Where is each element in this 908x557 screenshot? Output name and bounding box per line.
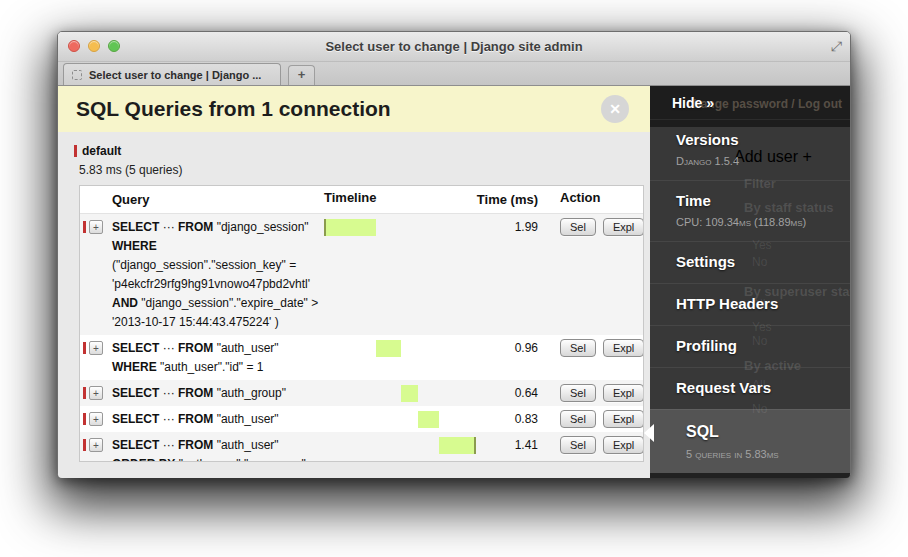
expand-query-button[interactable]: + [89, 220, 103, 234]
explain-button[interactable]: Expl [603, 339, 644, 357]
query-time: 0.96 [476, 339, 550, 358]
connection-color-marker [74, 145, 77, 157]
toolbar-item-label: Hide » [672, 95, 714, 111]
timeline-bar [401, 385, 418, 402]
query-color-marker [83, 413, 86, 425]
query-row: + SELECT ··· FROM "django_session" WHERE… [80, 214, 643, 335]
query-timeline [324, 339, 476, 358]
sql-panel-title: SQL Queries from 1 connection [76, 97, 391, 121]
window-titlebar[interactable]: Select user to change | Django site admi… [58, 32, 850, 61]
query-actions: SelExpl [550, 384, 644, 402]
select-button[interactable]: Sel [560, 410, 596, 428]
select-button[interactable]: Sel [560, 339, 596, 357]
toolbar-item-detail: Django 1.5.4 [676, 155, 850, 167]
query-timeline [324, 410, 476, 429]
query-actions: SelExpl [550, 436, 644, 454]
column-header-time: Time (ms) [476, 190, 550, 209]
query-time: 0.64 [476, 384, 550, 403]
browser-window: Select user to change | Django site admi… [57, 31, 851, 478]
explain-button[interactable]: Expl [603, 410, 644, 428]
column-header-timeline: Timeline [324, 190, 476, 209]
sql-panel: SQL Queries from 1 connection ✕ default … [58, 86, 650, 478]
expand-query-button[interactable]: + [89, 341, 103, 355]
select-button[interactable]: Sel [560, 436, 596, 454]
debug-toolbar: change password / Log outAdd user +Filte… [650, 86, 850, 478]
sql-panel-header: SQL Queries from 1 connection ✕ [58, 86, 650, 132]
query-timeline [324, 436, 476, 455]
toolbar-item-versions[interactable]: Versions Django 1.5.4 [650, 119, 850, 180]
timeline-bar [418, 411, 440, 428]
selected-panel-arrow-icon [644, 424, 654, 442]
window-title: Select user to change | Django site admi… [58, 32, 850, 61]
expand-query-button[interactable]: + [89, 386, 103, 400]
timeline-bar [439, 437, 476, 454]
toolbar-item-label: Versions [676, 131, 850, 148]
query-color-marker [83, 439, 86, 451]
toolbar-item-settings[interactable]: Settings [650, 241, 850, 283]
connection-row: default [74, 144, 650, 158]
column-header-action: Action [550, 190, 643, 205]
window-content: SQL Queries from 1 connection ✕ default … [58, 86, 850, 478]
minimize-window-button[interactable] [88, 40, 100, 52]
desktop: Select user to change | Django site admi… [0, 0, 908, 557]
query-color-marker [83, 342, 86, 354]
column-header-query: Query [112, 190, 324, 209]
close-window-button[interactable] [68, 40, 80, 52]
tab-select-user[interactable]: Select user to change | Django ... [63, 63, 281, 85]
expand-query-button[interactable]: + [89, 412, 103, 426]
query-color-marker [83, 387, 86, 399]
toolbar-item-detail: 5 queries in 5.83ms [686, 448, 850, 460]
tab-title: Select user to change | Django ... [89, 69, 261, 81]
query-sql: SELECT ··· FROM "auth_user" WHERE "auth_… [112, 339, 324, 377]
query-actions: SelExpl [550, 339, 644, 357]
tab-bar: Select user to change | Django ... + [58, 61, 850, 86]
connection-summary: 5.83 ms (5 queries) [79, 163, 650, 177]
query-sql: SELECT ··· FROM "auth_group" [112, 384, 324, 403]
toolbar-item-detail: CPU: 109.34ms (118.89ms) [676, 216, 850, 228]
explain-button[interactable]: Expl [603, 218, 644, 236]
toolbar-item-request-vars[interactable]: Request Vars [650, 367, 850, 409]
query-time: 1.99 [476, 218, 550, 237]
query-row: + SELECT ··· FROM "auth_user" WHERE "aut… [80, 335, 643, 380]
query-actions: SelExpl [550, 218, 644, 236]
close-icon: ✕ [609, 102, 621, 116]
timeline-bar [324, 219, 376, 236]
expand-query-button[interactable]: + [89, 438, 103, 452]
select-button[interactable]: Sel [560, 218, 596, 236]
query-time: 1.41 [476, 436, 550, 455]
select-button[interactable]: Sel [560, 384, 596, 402]
query-sql: SELECT ··· FROM "auth_user" [112, 410, 324, 429]
toolbar-item-label: Request Vars [676, 379, 850, 396]
zoom-window-button[interactable] [108, 40, 120, 52]
connection-name: default [82, 144, 121, 158]
query-timeline [324, 384, 476, 403]
query-timeline [324, 218, 476, 237]
query-row: + SELECT ··· FROM "auth_group" 0.64 SelE… [80, 380, 643, 406]
fullscreen-icon[interactable]: ⤢ [831, 38, 842, 55]
toolbar-item-sql[interactable]: SQL 5 queries in 5.83ms [650, 409, 850, 473]
new-tab-button[interactable]: + [288, 65, 315, 85]
toolbar-item-profiling[interactable]: Profiling [650, 325, 850, 367]
table-header-row: Query Timeline Time (ms) Action [80, 186, 643, 214]
query-table: Query Timeline Time (ms) Action + SELECT… [79, 185, 644, 462]
toolbar-item-label: SQL [686, 423, 850, 441]
explain-button[interactable]: Expl [603, 436, 644, 454]
toolbar-item-time[interactable]: Time CPU: 109.34ms (118.89ms) [650, 180, 850, 241]
toolbar-item-hide[interactable]: Hide » [650, 86, 850, 119]
toolbar-item-label: Time [676, 192, 850, 209]
traffic-lights [68, 40, 120, 52]
sql-panel-body: default 5.83 ms (5 queries) Query Timeli… [58, 132, 650, 478]
toolbar-item-label: Settings [676, 253, 850, 270]
query-sql: SELECT ··· FROM "auth_user" ORDER BY "au… [112, 436, 324, 462]
query-time: 0.83 [476, 410, 550, 429]
toolbar-bottom-strip [650, 473, 850, 478]
timeline-bar [376, 340, 401, 357]
toolbar-item-http-headers[interactable]: HTTP Headers [650, 283, 850, 325]
toolbar-item-label: Profiling [676, 337, 850, 354]
query-actions: SelExpl [550, 410, 644, 428]
query-row: + SELECT ··· FROM "auth_user" 0.83 SelEx… [80, 406, 643, 432]
explain-button[interactable]: Expl [603, 384, 644, 402]
close-panel-button[interactable]: ✕ [601, 95, 629, 123]
toolbar-item-label: HTTP Headers [676, 295, 850, 312]
query-rows: + SELECT ··· FROM "django_session" WHERE… [80, 214, 643, 462]
